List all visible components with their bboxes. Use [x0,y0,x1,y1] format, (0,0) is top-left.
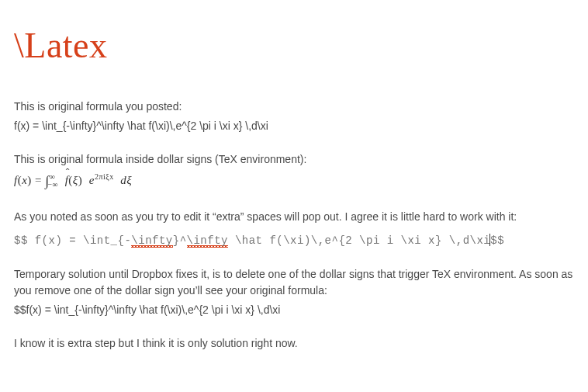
section-edit-issue: As you noted as soon as you try to edit … [14,209,574,249]
code-seg2-squiggle: \infty [131,234,172,248]
section-closing: I know it is extra step but I think it i… [14,335,574,352]
code-seg4-squiggle: \infty [187,234,228,248]
text-edit-issue: As you noted as soon as you try to edit … [14,209,574,225]
section-rendered: This is original formula inside dollar s… [14,151,574,192]
code-seg6: $$ [490,234,504,247]
section-original-raw: This is original formula you posted: f(x… [14,99,574,134]
section-workaround: Temporary solution until Dropbox fixes i… [14,266,574,318]
text-closing: I know it is extra step but I think it i… [14,335,574,352]
label-rendered: This is original formula inside dollar s… [14,151,574,168]
code-seg5: \hat f(\xi)\,e^{2 \pi i \xi x} \,d\xi [228,234,490,247]
page-title: \Latex [14,19,574,72]
text-workaround: Temporary solution until Dropbox fixes i… [14,266,574,299]
formula-rendered: f(x) = ∫∞−∞ f(ξ) e2πiξx dξ [14,171,574,192]
code-seg3: }^ [173,234,187,247]
formula-workaround-raw: $$f(x) = \int_{-\infty}^\infty \hat f(\x… [14,302,574,318]
formula-code-editor[interactable]: $$ f(x) = \int_{-\infty}^\infty \hat f(\… [14,233,574,249]
code-seg1: $$ f(x) = \int_{- [14,234,131,247]
label-original-raw: This is original formula you posted: [14,99,574,115]
formula-original-raw: f(x) = \int_{-\infty}^\infty \hat f(\xi)… [14,118,574,134]
